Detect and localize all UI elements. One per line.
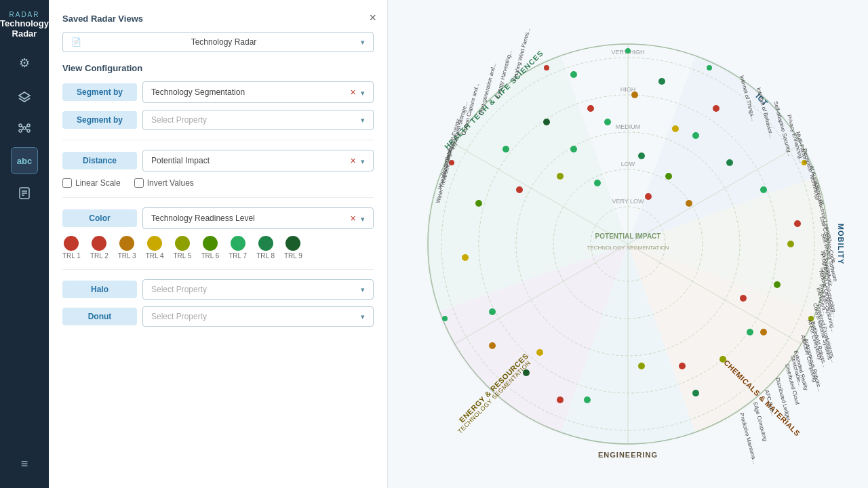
svg-point-57: [502, 146, 509, 152]
svg-text:LOW: LOW: [621, 161, 635, 167]
svg-point-59: [570, 71, 577, 78]
svg-point-54: [523, 369, 530, 376]
svg-text:MEDIUM: MEDIUM: [616, 123, 641, 130]
color-legend: TRL 1 TRL 2 TRL 3 TRL 4 TRL 5 TRL 6 TRL …: [62, 236, 374, 260]
svg-point-62: [713, 105, 719, 112]
saved-view-chevron: ▾: [361, 38, 365, 47]
donut-select[interactable]: Select Property ▾: [142, 306, 374, 327]
settings-icon[interactable]: ⚙: [11, 49, 38, 77]
layers-icon[interactable]: [11, 82, 38, 109]
linear-scale-checkbox[interactable]: [62, 178, 72, 188]
donut-placeholder: Select Property: [151, 312, 207, 321]
svg-point-60: [587, 105, 594, 112]
svg-line-8: [26, 129, 27, 130]
close-panel-button[interactable]: ×: [369, 11, 376, 25]
svg-point-77: [536, 349, 543, 356]
color-label: TRL 1: [62, 252, 81, 260]
color-label: TRL 2: [90, 252, 108, 260]
svg-point-4: [27, 129, 30, 132]
color-dot: [92, 236, 106, 251]
color-select[interactable]: Technology Readiness Level × ▾: [142, 207, 374, 229]
color-dot: [258, 236, 273, 251]
donut-label: Donut: [62, 308, 137, 325]
svg-point-0: [23, 127, 26, 129]
svg-point-50: [774, 281, 781, 288]
segment-by-2-select[interactable]: Select Property ▾: [142, 110, 374, 130]
saved-view-select[interactable]: 📄 Technology Radar ▾: [62, 32, 374, 52]
color-dot: [119, 236, 134, 251]
svg-text:ENGINEERING: ENGINEERING: [598, 451, 658, 459]
color-legend-item: TRL 7: [229, 236, 247, 260]
svg-line-5: [22, 126, 23, 127]
svg-text:MOBILITY: MOBILITY: [837, 224, 845, 265]
saved-views-section: Saved Radar Views 📄 Technology Radar ▾: [62, 14, 374, 52]
color-legend-item: TRL 6: [201, 236, 219, 260]
color-chevron: ▾: [361, 215, 365, 223]
svg-point-67: [516, 186, 523, 193]
color-label: TRL 8: [256, 252, 275, 260]
svg-point-48: [543, 119, 550, 125]
halo-chevron: ▾: [361, 285, 365, 294]
halo-select[interactable]: Select Property ▾: [142, 279, 374, 300]
svg-point-80: [544, 65, 549, 70]
segment-by-2-row: Segment by Select Property ▾: [62, 110, 374, 130]
svg-point-71: [489, 342, 496, 349]
color-label: Color: [62, 209, 137, 227]
svg-point-61: [645, 193, 652, 200]
document-icon[interactable]: [11, 180, 38, 207]
text-abc-icon[interactable]: abc: [11, 147, 38, 174]
distance-value: Potential Impact: [151, 156, 210, 165]
color-value: Technology Readiness Level: [151, 214, 255, 223]
divider-2: [62, 197, 374, 198]
svg-point-79: [625, 48, 631, 54]
color-legend-item: TRL 1: [62, 236, 81, 260]
halo-placeholder: Select Property: [151, 285, 207, 294]
distance-select[interactable]: Potential Impact × ▾: [142, 150, 374, 171]
color-legend-item: TRL 3: [118, 236, 136, 260]
svg-point-69: [686, 200, 692, 207]
color-legend-item: TRL 8: [256, 236, 275, 260]
svg-point-84: [442, 316, 448, 321]
segment-by-1-clear[interactable]: ×: [350, 87, 355, 98]
svg-point-75: [462, 254, 469, 261]
segment-by-1-select[interactable]: Technology Segmentation × ▾: [142, 81, 374, 103]
divider-1: [62, 140, 374, 140]
color-dot: [231, 236, 245, 251]
svg-point-51: [747, 329, 753, 336]
svg-point-41: [594, 180, 601, 186]
svg-text:VERY LOW: VERY LOW: [612, 198, 644, 205]
svg-line-6: [26, 126, 27, 127]
svg-text:POTENTIAL IMPACT: POTENTIAL IMPACT: [595, 232, 661, 240]
color-label: TRL 3: [118, 252, 136, 260]
invert-values-label[interactable]: Invert Values: [134, 178, 194, 188]
svg-point-45: [692, 132, 699, 139]
list-icon[interactable]: ≡: [11, 450, 38, 477]
sidebar: RADAR TechnologyRadar ⚙ abc ≡: [0, 0, 49, 488]
radar-area: Technology Radar ▾ ⛶ + − ⛶: [388, 0, 868, 488]
svg-point-66: [740, 295, 747, 302]
radar-svg: VERY LOW LOW MEDIUM HIGH VERY HIGH POTEN…: [391, 7, 865, 481]
network-icon[interactable]: [11, 115, 38, 142]
color-dot: [64, 236, 79, 251]
segment-by-2-chevron: ▾: [361, 116, 365, 125]
color-clear[interactable]: ×: [350, 213, 355, 224]
color-label: TRL 9: [284, 252, 302, 260]
svg-point-72: [672, 125, 679, 132]
svg-line-7: [22, 129, 23, 130]
svg-point-63: [794, 220, 801, 227]
distance-chevron: ▾: [361, 157, 365, 165]
segment-by-2-label: Segment by: [62, 111, 137, 129]
config-panel: × Saved Radar Views 📄 Technology Radar ▾…: [49, 0, 388, 488]
app-title: TechnologyRadar: [0, 18, 49, 39]
svg-text:TECHNOLOGY SEGMENTATION: TECHNOLOGY SEGMENTATION: [587, 245, 669, 251]
distance-clear[interactable]: ×: [350, 155, 355, 166]
color-legend-item: TRL 4: [146, 236, 164, 260]
svg-point-2: [27, 124, 30, 127]
linear-scale-label[interactable]: Linear Scale: [62, 178, 121, 188]
saved-views-title: Saved Radar Views: [62, 14, 374, 24]
color-row: Color Technology Readiness Level × ▾: [62, 207, 374, 229]
segment-by-1-value: Technology Segmentation: [151, 87, 245, 97]
svg-point-42: [638, 152, 645, 159]
invert-values-checkbox[interactable]: [134, 178, 144, 188]
color-label: TRL 5: [174, 252, 192, 260]
